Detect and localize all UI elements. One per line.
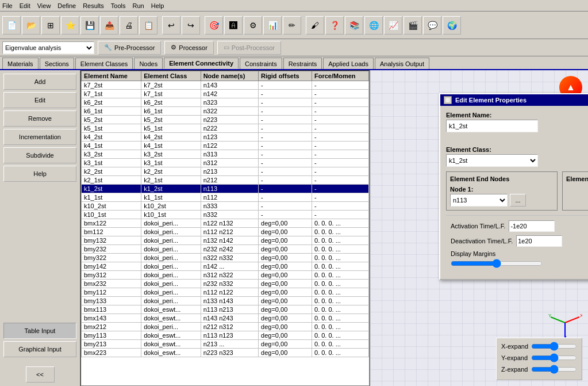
table-row[interactable]: k7_1stk7_1stn142-- [82,90,369,98]
incrementation-button[interactable]: Incrementation [3,129,76,145]
table-row[interactable]: bmy142dokoi_peri...n142 ...deg=0,000. 0.… [82,262,369,271]
grid-button[interactable]: ⊞ [41,16,60,35]
remove-button[interactable]: Remove [3,110,76,127]
print-button[interactable]: 🖨 [120,16,138,35]
table-row[interactable]: k2_2stk2_2stn213-- [82,167,369,176]
tab-nodes[interactable]: Nodes [134,58,163,69]
z-expand-slider[interactable] [531,365,577,374]
dialog-titlebar: ⊞ Edit Element Properties [440,94,588,106]
tab-constraints[interactable]: Constraints [240,58,282,69]
book-button[interactable]: 📚 [345,16,363,35]
menu-help[interactable]: Help [151,2,164,9]
table-input-button[interactable]: Table Input [3,323,76,339]
table-row[interactable]: bmx223dokoi_eswt...n223 n323deg=0,000. 0… [82,349,369,357]
chat-button[interactable]: 💬 [423,16,441,35]
node1-dots-button[interactable]: ... [510,194,526,207]
element-class-select[interactable]: k1_2st [446,154,538,167]
node1-select[interactable]: n113 [450,194,508,207]
pre-processor-button[interactable]: 🔧 Pre-Processor [98,41,161,55]
table-row[interactable]: bmx113dokoi_eswt...n113 n213deg=0,000. 0… [82,305,369,314]
menu-define[interactable]: Define [57,2,76,9]
table-row[interactable]: bmy312dokoi_peri...n312 n322deg=0,000. 0… [82,271,369,280]
analysis-type-select[interactable]: Eigenvalue analysis [2,41,94,54]
menu-run[interactable]: Run [133,2,144,9]
table-row[interactable]: bmy112dokoi_peri...n112 n122deg=0,000. 0… [82,288,369,297]
table-row[interactable]: k2_1stk2_1stn212-- [82,176,369,185]
tab-analysis-output[interactable]: Analysis Output [375,58,429,69]
activation-time-input[interactable]: -1e20 [509,220,555,232]
add-button[interactable]: Add [3,74,76,90]
tab-element-connectivity[interactable]: Element Connectivity [164,58,239,69]
menu-file[interactable]: File [2,2,13,9]
table-row[interactable]: k1_1stk1_1stn112-- [82,193,369,202]
chart-button[interactable]: 📈 [384,16,402,35]
table-row[interactable]: bmy213dokoi_eswt...n213 ...deg=0,000. 0.… [82,340,369,349]
network-button[interactable]: 🌐 [364,16,383,35]
save-button[interactable]: 💾 [80,16,99,35]
table-row[interactable]: k5_1stk5_1stn222-- [82,124,369,133]
tab-restraints[interactable]: Restraints [283,58,322,69]
tab-materials[interactable]: Materials [2,58,39,69]
node1-row: n113 ... [450,194,554,207]
svg-text:X: X [580,313,582,318]
table-row[interactable]: bmy132dokoi_peri...n132 n142deg=0,000. 0… [82,236,369,245]
menu-tools[interactable]: Tools [111,2,126,9]
table-row[interactable]: bm112dokoi_peri...n112 n212deg=0,000. 0.… [82,228,369,236]
table-button[interactable]: 📊 [263,16,282,35]
table-row[interactable]: k6_1stk6_1stn322-- [82,107,369,116]
tab-applied-loads[interactable]: Applied Loads [323,58,374,69]
data-table-container[interactable]: Element Name Element Class Node name(s) … [80,70,370,386]
paint-button[interactable]: 🖌 [306,16,324,35]
menu-results[interactable]: Results [83,2,104,9]
subdivide-button[interactable]: Subdivide [3,147,76,163]
star-button[interactable]: ⭐ [61,16,79,35]
edit-button[interactable]: Edit [3,92,76,108]
tab-element-classes[interactable]: Element Classes [75,58,133,69]
open-button[interactable]: 📂 [22,16,40,35]
help-panel-button[interactable]: Help [3,166,76,182]
table-row[interactable]: bmy232dokoi_peri...n232 n242deg=0,000. 0… [82,245,369,254]
table-row[interactable]: k3_1stk3_1stn312-- [82,159,369,167]
table-row[interactable]: k4_1stk4_1stn122-- [82,142,369,150]
table-row[interactable]: bmx122dokoi_peri...n122 n132deg=0,000. 0… [82,219,369,228]
x-expand-slider[interactable] [531,342,577,351]
undo-button[interactable]: ↩ [162,16,180,35]
globe-button[interactable]: 🌍 [443,16,461,35]
table-row[interactable]: k10_1stk10_1stn332-- [82,211,369,219]
display-margins-slider[interactable] [451,259,543,267]
view3d-button[interactable]: 🎯 [205,16,223,35]
table-row[interactable]: k6_2stk6_2stn323-- [82,98,369,107]
post-processor-button[interactable]: ▭ Post-Processor [217,41,281,55]
question-button[interactable]: ❓ [325,16,344,35]
table-row[interactable]: bmx232dokoi_peri...n232 n332deg=0,000. 0… [82,280,369,288]
text-button[interactable]: 🅰 [224,16,243,35]
menu-view[interactable]: View [37,2,51,9]
table-row[interactable]: bmy133dokoi_peri...n133 n143deg=0,000. 0… [82,297,369,305]
table-row[interactable]: bmy322dokoi_peri...n322 n332deg=0,000. 0… [82,254,369,262]
copy-button[interactable]: 📋 [139,16,157,35]
table-row[interactable]: k5_2stk5_2stn223-- [82,116,369,124]
edit2-button[interactable]: ✏ [283,16,301,35]
table-row[interactable]: k10_2stk10_2stn333-- [82,202,369,211]
deactivation-time-input[interactable]: 1e20 [516,235,562,247]
table-row[interactable]: k7_2stk7_2stn143-- [82,81,369,90]
table-row[interactable]: bmy113dokoi_eswt...n113 n123deg=0,000. 0… [82,331,369,340]
back-button[interactable]: << [26,366,55,383]
y-expand-slider[interactable] [531,353,577,362]
table-row[interactable]: k4_2stk4_2stn123-- [82,133,369,142]
redo-button[interactable]: ↪ [182,16,200,35]
new-button[interactable]: 📄 [2,16,21,35]
post-processor-label: Post-Processor [232,44,275,51]
table-row[interactable]: bmx143dokoi_eswt...n143 n243deg=0,000. 0… [82,314,369,323]
element-name-input[interactable] [446,120,538,132]
table-row[interactable]: k3_2stk3_2stn313-- [82,150,369,159]
film-button[interactable]: 🎬 [403,16,422,35]
tab-sections[interactable]: Sections [40,58,74,69]
table-row[interactable]: k1_2stk1_2stn113-- [82,185,369,193]
table-row[interactable]: bmx212dokoi_peri...n212 n312deg=0,000. 0… [82,323,369,331]
menu-edit[interactable]: Edit [20,2,30,9]
graphical-input-button[interactable]: Graphical Input [3,341,76,357]
export-button[interactable]: 📤 [100,16,118,35]
processor-button[interactable]: ⚙ Processor [164,41,214,55]
settings-button[interactable]: ⚙ [244,16,262,35]
